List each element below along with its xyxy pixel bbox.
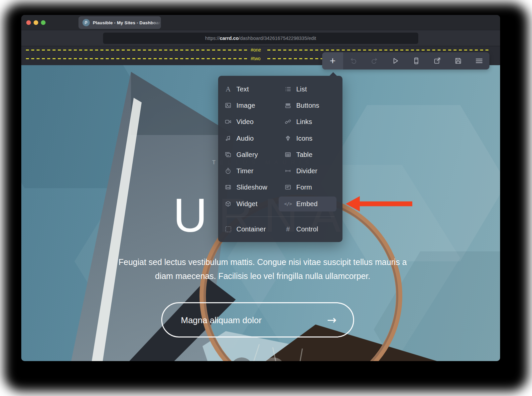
list-icon bbox=[284, 85, 292, 93]
zoom-window-button[interactable] bbox=[41, 20, 46, 25]
audio-icon bbox=[224, 135, 232, 142]
anchor-two-label[interactable]: #two bbox=[251, 56, 261, 61]
menu-item-divider[interactable]: Divider bbox=[284, 164, 337, 178]
gallery-icon bbox=[224, 151, 232, 158]
hero-paragraph-line2: diam maecenas. Facilisis leo vel fringil… bbox=[155, 271, 370, 281]
external-link-icon bbox=[433, 57, 441, 65]
links-chain-icon bbox=[284, 118, 292, 125]
url-domain: carrd.co bbox=[220, 36, 239, 41]
preview-button[interactable] bbox=[385, 52, 406, 69]
url-scheme: https:// bbox=[205, 36, 220, 41]
undo-button[interactable] bbox=[343, 52, 364, 69]
menu-item-list[interactable]: List bbox=[284, 82, 337, 96]
table-icon bbox=[284, 151, 292, 158]
hero-paragraph: Feugiat sed lectus vestibulum mattis. Co… bbox=[21, 255, 500, 283]
widget-cube-icon bbox=[224, 200, 232, 207]
menu-item-icons[interactable]: Icons bbox=[284, 131, 337, 146]
menu-item-slideshow[interactable]: Slideshow bbox=[224, 180, 277, 195]
menu-item-widget[interactable]: Widget bbox=[224, 197, 277, 211]
menu-item-timer[interactable]: Timer bbox=[224, 164, 277, 178]
save-icon bbox=[454, 57, 462, 65]
divider-icon bbox=[284, 167, 292, 175]
hamburger-icon bbox=[475, 57, 483, 65]
gem-icon bbox=[284, 135, 292, 142]
cta-label: Magna aliquam dolor bbox=[181, 303, 262, 336]
screenshot-stage: Plausible - My Sites - Dashboard https:/… bbox=[0, 0, 532, 396]
publish-button[interactable] bbox=[427, 52, 448, 69]
menu-item-table[interactable]: Table bbox=[284, 147, 337, 162]
hero-paragraph-line1: Feugiat sed lectus vestibulum mattis. Co… bbox=[118, 257, 407, 267]
image-icon bbox=[224, 102, 232, 109]
play-icon bbox=[391, 57, 399, 65]
menu-item-container[interactable]: Container bbox=[224, 222, 277, 236]
timer-icon bbox=[224, 167, 232, 175]
anchor-two-dash-left bbox=[26, 58, 249, 59]
menu-item-video[interactable]: Video bbox=[224, 114, 277, 129]
close-window-button[interactable] bbox=[26, 20, 31, 25]
arrow-right-icon: → bbox=[327, 303, 337, 336]
container-icon bbox=[224, 225, 232, 233]
menu-item-form[interactable]: Form bbox=[284, 180, 337, 195]
menu-item-embed[interactable]: </>Embed bbox=[284, 197, 337, 211]
cta-button[interactable]: Magna aliquam dolor → bbox=[161, 302, 354, 337]
hash-icon: # bbox=[284, 225, 292, 233]
phone-icon bbox=[412, 57, 420, 65]
redo-button[interactable] bbox=[364, 52, 385, 69]
text-icon: A bbox=[224, 85, 232, 93]
editor-toolbar: + bbox=[322, 52, 489, 69]
video-icon bbox=[224, 118, 232, 125]
mobile-preview-button[interactable] bbox=[406, 52, 427, 69]
redo-icon bbox=[370, 57, 378, 65]
menu-item-buttons[interactable]: Buttons bbox=[284, 98, 337, 113]
menu-item-audio[interactable]: Audio bbox=[224, 131, 277, 146]
menu-item-image[interactable]: Image bbox=[224, 98, 277, 113]
menu-caret bbox=[329, 72, 337, 76]
plausible-favicon-icon bbox=[82, 19, 90, 26]
anchor-one-dash-left bbox=[26, 50, 249, 51]
plus-icon: + bbox=[330, 56, 336, 66]
url-row: https://carrd.co/dashboard/3426167542298… bbox=[21, 30, 500, 46]
slideshow-icon bbox=[224, 184, 232, 191]
browser-tab[interactable]: Plausible - My Sites - Dashboard bbox=[78, 16, 161, 29]
address-bar[interactable]: https://carrd.co/dashboard/3426167542298… bbox=[103, 33, 418, 44]
tab-title: Plausible - My Sites - Dashboard bbox=[93, 20, 161, 25]
menu-item-links[interactable]: Links bbox=[284, 114, 337, 129]
menu-item-control[interactable]: #Control bbox=[284, 222, 337, 236]
menu-button[interactable] bbox=[468, 52, 489, 69]
minimize-window-button[interactable] bbox=[34, 20, 38, 25]
menu-divider bbox=[226, 216, 334, 217]
menu-item-text[interactable]: AText bbox=[224, 82, 277, 96]
url-path: /dashboard/3426167542298335/edit bbox=[239, 36, 316, 41]
buttons-icon bbox=[284, 102, 292, 109]
title-bar: Plausible - My Sites - Dashboard bbox=[21, 15, 500, 30]
code-icon: </> bbox=[284, 200, 292, 207]
save-button[interactable] bbox=[448, 52, 468, 69]
anchor-one-label[interactable]: #one bbox=[251, 47, 261, 53]
form-icon bbox=[284, 184, 292, 191]
undo-icon bbox=[349, 57, 357, 65]
add-element-menu: AText Image Video Audio Gallery Timer Sl… bbox=[218, 76, 342, 242]
anchor-one-dash-right bbox=[267, 50, 491, 51]
menu-item-gallery[interactable]: Gallery bbox=[224, 147, 277, 162]
add-element-button[interactable]: + bbox=[322, 52, 343, 69]
browser-window: Plausible - My Sites - Dashboard https:/… bbox=[21, 15, 500, 361]
